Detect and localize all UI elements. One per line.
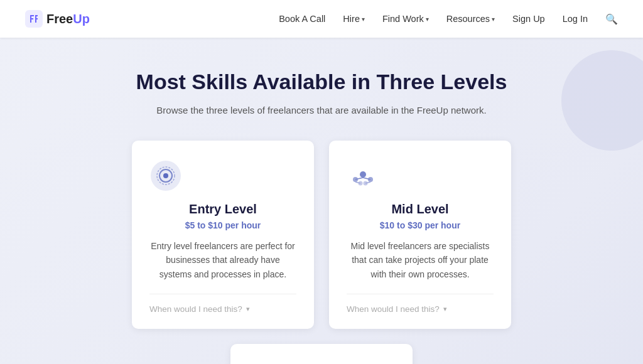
mid-level-title: Mid Level [347,202,494,217]
hire-caret: ▾ [362,16,365,23]
hero-section: Most Skills Available in Three Levels Br… [0,38,643,364]
find-work-caret: ▾ [426,16,429,23]
nav-find-work[interactable]: Find Work ▾ [382,14,429,24]
hero-title: Most Skills Available in Three Levels [13,69,630,95]
mid-toggle-caret: ▾ [443,305,447,313]
freeup-logo-icon [25,10,43,28]
mid-level-icon [347,159,379,192]
logo-text: FreeUp [46,12,90,26]
nav-search[interactable]: 🔍 [605,13,618,25]
svg-point-3 [163,173,168,178]
entry-toggle-caret: ▾ [246,305,250,313]
entry-level-toggle[interactable]: When would I need this? ▾ [149,304,296,314]
mid-level-card: Mid Level $10 to $30 per hour Mid level … [329,141,511,329]
hero-subtitle: Browse the three levels of freelancers t… [13,105,630,115]
mid-level-divider [347,294,494,294]
entry-level-title: Entry Level [149,202,296,217]
mid-level-price: $10 to $30 per hour [347,220,494,230]
svg-point-5 [360,171,366,178]
nav-log-in[interactable]: Log In [563,13,588,24]
entry-level-icon [149,159,182,192]
navbar: FreeUp Book A Call Hire ▾ Find Work ▾ Re… [0,0,643,38]
book-a-call-link[interactable]: Book A Call [279,14,325,24]
mid-level-toggle[interactable]: When would I need this? ▾ [347,304,494,314]
entry-level-divider [149,294,296,294]
find-work-link[interactable]: Find Work ▾ [382,14,429,24]
nav-resources[interactable]: Resources ▾ [446,14,495,24]
resources-link[interactable]: Resources ▾ [446,14,495,24]
entry-level-desc: Entry level freelancers are perfect for … [149,239,296,281]
svg-rect-0 [25,10,43,28]
nav-links: Book A Call Hire ▾ Find Work ▾ Resources… [279,13,618,25]
resources-caret: ▾ [492,16,495,23]
logo[interactable]: FreeUp [25,10,90,28]
cards-container: Entry Level $5 to $10 per hour Entry lev… [13,141,630,364]
nav-hire[interactable]: Hire ▾ [343,14,365,24]
nav-sign-up[interactable]: Sign Up [512,13,545,24]
hire-link[interactable]: Hire ▾ [343,14,365,24]
log-in-link[interactable]: Log In [563,14,588,24]
entry-level-card: Entry Level $5 to $10 per hour Entry lev… [132,141,314,329]
mid-level-desc: Mid level freelancers are specialists th… [347,239,494,281]
expert-level-card: Expert Level $30 to $75+ per hour Expert… [230,344,413,364]
sign-up-link[interactable]: Sign Up [512,14,545,24]
entry-level-price: $5 to $10 per hour [149,220,296,230]
nav-book-call[interactable]: Book A Call [279,13,325,24]
search-icon[interactable]: 🔍 [605,14,618,24]
